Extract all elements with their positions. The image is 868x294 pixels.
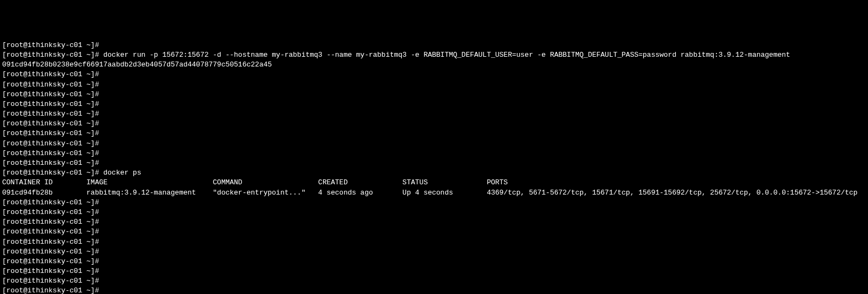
terminal-output[interactable]: [root@ithinksky-c01 ~]# [root@ithinksky-… bbox=[0, 39, 868, 294]
terminal-line: [root@ithinksky-c01 ~]# bbox=[2, 99, 866, 109]
terminal-line: [root@ithinksky-c01 ~]# bbox=[2, 198, 866, 208]
terminal-line: [root@ithinksky-c01 ~]# bbox=[2, 227, 866, 237]
terminal-line: [root@ithinksky-c01 ~]# bbox=[2, 208, 866, 217]
terminal-line: 091cd94fb28b0238e9cf66917aabdb2d3eb4057d… bbox=[2, 60, 866, 70]
terminal-line: 091cd94fb28b rabbitmq:3.9.12-management … bbox=[2, 188, 866, 198]
terminal-line: [root@ithinksky-c01 ~]# bbox=[2, 266, 866, 276]
terminal-line: [root@ithinksky-c01 ~]# docker run -p 15… bbox=[2, 50, 866, 60]
terminal-line: [root@ithinksky-c01 ~]# bbox=[2, 286, 866, 294]
terminal-line: [root@ithinksky-c01 ~]# bbox=[2, 217, 866, 227]
terminal-line: CONTAINER ID IMAGE COMMAND CREATED STATU… bbox=[2, 178, 866, 188]
terminal-line: [root@ithinksky-c01 ~]# bbox=[2, 247, 866, 257]
terminal-line: [root@ithinksky-c01 ~]# bbox=[2, 119, 866, 129]
terminal-line: [root@ithinksky-c01 ~]# bbox=[2, 41, 866, 50]
terminal-line: [root@ithinksky-c01 ~]# bbox=[2, 149, 866, 158]
terminal-line: [root@ithinksky-c01 ~]# docker ps bbox=[2, 168, 866, 178]
terminal-line: [root@ithinksky-c01 ~]# bbox=[2, 276, 866, 286]
terminal-line: [root@ithinksky-c01 ~]# bbox=[2, 139, 866, 149]
terminal-line: [root@ithinksky-c01 ~]# bbox=[2, 158, 866, 168]
terminal-line: [root@ithinksky-c01 ~]# bbox=[2, 237, 866, 247]
terminal-line: [root@ithinksky-c01 ~]# bbox=[2, 109, 866, 119]
terminal-line: [root@ithinksky-c01 ~]# bbox=[2, 90, 866, 99]
terminal-line: [root@ithinksky-c01 ~]# bbox=[2, 80, 866, 90]
terminal-line: [root@ithinksky-c01 ~]# bbox=[2, 70, 866, 79]
terminal-line: [root@ithinksky-c01 ~]# bbox=[2, 129, 866, 138]
terminal-line: [root@ithinksky-c01 ~]# bbox=[2, 257, 866, 266]
